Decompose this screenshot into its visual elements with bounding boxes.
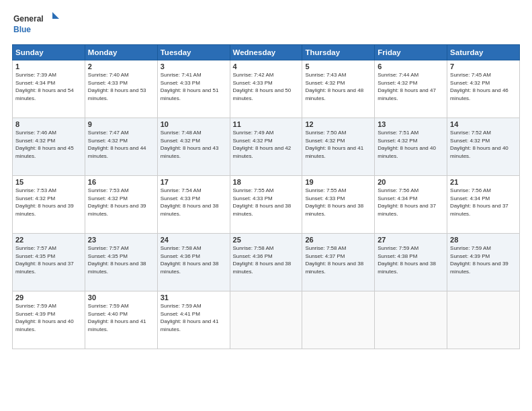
day-info: Sunrise: 7:53 AM Sunset: 4:32 PM Dayligh… <box>88 187 154 218</box>
day-info: Sunrise: 7:59 AM Sunset: 4:40 PM Dayligh… <box>88 302 154 333</box>
col-header-monday: Monday <box>85 45 157 60</box>
col-header-thursday: Thursday <box>302 45 375 60</box>
day-cell: 26Sunrise: 7:58 AM Sunset: 4:37 PM Dayli… <box>302 234 375 291</box>
day-cell: 31Sunrise: 7:59 AM Sunset: 4:41 PM Dayli… <box>157 291 230 349</box>
day-number: 23 <box>88 236 154 244</box>
day-cell: 5Sunrise: 7:43 AM Sunset: 4:32 PM Daylig… <box>302 60 375 118</box>
day-info: Sunrise: 7:58 AM Sunset: 4:36 PM Dayligh… <box>161 244 227 275</box>
day-info: Sunrise: 7:51 AM Sunset: 4:32 PM Dayligh… <box>378 129 444 160</box>
day-info: Sunrise: 7:58 AM Sunset: 4:36 PM Dayligh… <box>233 244 300 275</box>
day-cell: 19Sunrise: 7:55 AM Sunset: 4:33 PM Dayli… <box>302 176 375 234</box>
day-number: 18 <box>233 178 300 186</box>
day-info: Sunrise: 7:46 AM Sunset: 4:32 PM Dayligh… <box>15 129 82 160</box>
day-info: Sunrise: 7:59 AM Sunset: 4:38 PM Dayligh… <box>378 244 444 275</box>
day-info: Sunrise: 7:52 AM Sunset: 4:32 PM Dayligh… <box>450 129 517 160</box>
day-cell <box>375 291 447 349</box>
calendar-table: SundayMondayTuesdayWednesdayThursdayFrid… <box>12 44 520 349</box>
calendar-page: General Blue SundayMondayTuesdayWednesda… <box>0 0 532 411</box>
day-number: 2 <box>88 62 154 71</box>
col-header-friday: Friday <box>375 45 447 60</box>
day-cell <box>302 291 375 349</box>
day-info: Sunrise: 7:47 AM Sunset: 4:32 PM Dayligh… <box>88 129 154 160</box>
day-cell: 23Sunrise: 7:57 AM Sunset: 4:35 PM Dayli… <box>85 234 157 291</box>
week-row-5: 29Sunrise: 7:59 AM Sunset: 4:39 PM Dayli… <box>13 291 520 349</box>
day-info: Sunrise: 7:39 AM Sunset: 4:34 PM Dayligh… <box>15 71 82 102</box>
day-info: Sunrise: 7:59 AM Sunset: 4:41 PM Dayligh… <box>161 302 227 333</box>
day-info: Sunrise: 7:55 AM Sunset: 4:33 PM Dayligh… <box>305 187 371 218</box>
svg-text:General: General <box>13 14 44 24</box>
day-info: Sunrise: 7:45 AM Sunset: 4:32 PM Dayligh… <box>450 71 517 102</box>
day-number: 7 <box>450 62 517 71</box>
day-cell: 18Sunrise: 7:55 AM Sunset: 4:33 PM Dayli… <box>230 176 302 234</box>
day-cell: 21Sunrise: 7:56 AM Sunset: 4:34 PM Dayli… <box>447 176 520 234</box>
col-header-wednesday: Wednesday <box>230 45 302 60</box>
day-cell: 7Sunrise: 7:45 AM Sunset: 4:32 PM Daylig… <box>447 60 520 118</box>
header: General Blue <box>12 11 520 38</box>
day-cell: 11Sunrise: 7:49 AM Sunset: 4:32 PM Dayli… <box>230 118 302 176</box>
day-info: Sunrise: 7:59 AM Sunset: 4:39 PM Dayligh… <box>450 244 517 275</box>
day-cell: 20Sunrise: 7:56 AM Sunset: 4:34 PM Dayli… <box>375 176 447 234</box>
week-row-1: 1Sunrise: 7:39 AM Sunset: 4:34 PM Daylig… <box>13 60 520 118</box>
day-number: 12 <box>305 120 371 128</box>
day-info: Sunrise: 7:56 AM Sunset: 4:34 PM Dayligh… <box>378 187 444 218</box>
day-cell: 4Sunrise: 7:42 AM Sunset: 4:33 PM Daylig… <box>230 60 302 118</box>
day-cell <box>447 291 520 349</box>
day-number: 4 <box>233 62 300 71</box>
day-cell: 6Sunrise: 7:44 AM Sunset: 4:32 PM Daylig… <box>375 60 447 118</box>
day-number: 11 <box>233 120 300 128</box>
day-number: 14 <box>450 120 517 128</box>
day-number: 28 <box>450 236 517 244</box>
day-number: 21 <box>450 178 517 186</box>
day-number: 20 <box>378 178 444 186</box>
day-cell: 8Sunrise: 7:46 AM Sunset: 4:32 PM Daylig… <box>13 118 85 176</box>
day-cell: 16Sunrise: 7:53 AM Sunset: 4:32 PM Dayli… <box>85 176 157 234</box>
col-header-sunday: Sunday <box>13 45 85 60</box>
day-cell: 25Sunrise: 7:58 AM Sunset: 4:36 PM Dayli… <box>230 234 302 291</box>
day-number: 19 <box>305 178 371 186</box>
day-cell: 14Sunrise: 7:52 AM Sunset: 4:32 PM Dayli… <box>447 118 520 176</box>
day-info: Sunrise: 7:41 AM Sunset: 4:33 PM Dayligh… <box>161 71 227 102</box>
day-cell: 2Sunrise: 7:40 AM Sunset: 4:33 PM Daylig… <box>85 60 157 118</box>
col-header-saturday: Saturday <box>447 45 520 60</box>
day-cell <box>230 291 302 349</box>
day-info: Sunrise: 7:40 AM Sunset: 4:33 PM Dayligh… <box>88 71 154 102</box>
day-info: Sunrise: 7:56 AM Sunset: 4:34 PM Dayligh… <box>450 187 517 218</box>
day-number: 31 <box>161 293 227 302</box>
day-info: Sunrise: 7:53 AM Sunset: 4:32 PM Dayligh… <box>15 187 82 218</box>
day-info: Sunrise: 7:57 AM Sunset: 4:35 PM Dayligh… <box>15 244 82 275</box>
day-number: 27 <box>378 236 444 244</box>
day-number: 24 <box>161 236 227 244</box>
day-cell: 9Sunrise: 7:47 AM Sunset: 4:32 PM Daylig… <box>85 118 157 176</box>
svg-marker-2 <box>52 12 59 19</box>
day-number: 15 <box>15 178 82 186</box>
day-cell: 3Sunrise: 7:41 AM Sunset: 4:33 PM Daylig… <box>157 60 230 118</box>
day-info: Sunrise: 7:58 AM Sunset: 4:37 PM Dayligh… <box>305 244 371 275</box>
day-cell: 22Sunrise: 7:57 AM Sunset: 4:35 PM Dayli… <box>13 234 85 291</box>
day-number: 16 <box>88 178 154 186</box>
day-info: Sunrise: 7:44 AM Sunset: 4:32 PM Dayligh… <box>378 71 444 102</box>
day-info: Sunrise: 7:43 AM Sunset: 4:32 PM Dayligh… <box>305 71 371 102</box>
day-number: 3 <box>161 62 227 71</box>
day-number: 5 <box>305 62 371 71</box>
day-number: 25 <box>233 236 300 244</box>
day-cell: 28Sunrise: 7:59 AM Sunset: 4:39 PM Dayli… <box>447 234 520 291</box>
day-info: Sunrise: 7:42 AM Sunset: 4:33 PM Dayligh… <box>233 71 300 102</box>
logo-svg: General Blue <box>12 11 59 38</box>
day-cell: 10Sunrise: 7:48 AM Sunset: 4:32 PM Dayli… <box>157 118 230 176</box>
day-cell: 24Sunrise: 7:58 AM Sunset: 4:36 PM Dayli… <box>157 234 230 291</box>
day-number: 22 <box>15 236 82 244</box>
header-row: SundayMondayTuesdayWednesdayThursdayFrid… <box>13 45 520 60</box>
day-number: 10 <box>161 120 227 128</box>
day-cell: 13Sunrise: 7:51 AM Sunset: 4:32 PM Dayli… <box>375 118 447 176</box>
week-row-2: 8Sunrise: 7:46 AM Sunset: 4:32 PM Daylig… <box>13 118 520 176</box>
week-row-3: 15Sunrise: 7:53 AM Sunset: 4:32 PM Dayli… <box>13 176 520 234</box>
day-number: 26 <box>305 236 371 244</box>
logo: General Blue <box>12 11 59 38</box>
day-info: Sunrise: 7:48 AM Sunset: 4:32 PM Dayligh… <box>161 129 227 160</box>
day-cell: 30Sunrise: 7:59 AM Sunset: 4:40 PM Dayli… <box>85 291 157 349</box>
day-number: 17 <box>161 178 227 186</box>
day-number: 9 <box>88 120 154 128</box>
day-number: 6 <box>378 62 444 71</box>
day-number: 13 <box>378 120 444 128</box>
day-cell: 15Sunrise: 7:53 AM Sunset: 4:32 PM Dayli… <box>13 176 85 234</box>
